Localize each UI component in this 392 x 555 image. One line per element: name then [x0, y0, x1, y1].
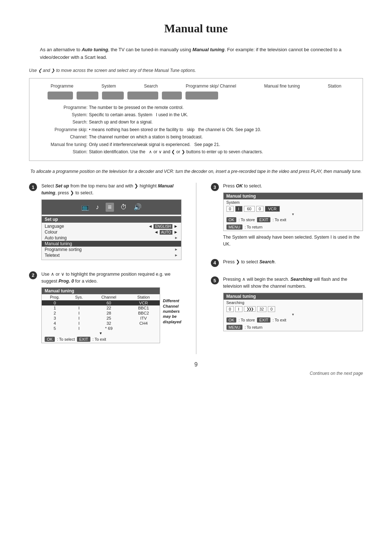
table-row: 0 60 VCR [42, 300, 160, 306]
exit-button-system[interactable]: EXIT [257, 217, 270, 222]
col-search: Search [144, 84, 158, 89]
table-row: 5 I * 69 [42, 326, 160, 331]
option-system: System: Specific to certain areas. Syste… [37, 111, 355, 118]
searching-ok-row: OK : To store EXIT : To exit [224, 316, 363, 324]
menu-teletext: Teletext ► [42, 252, 181, 258]
step-5-number: 5 [211, 276, 219, 284]
menu-button-system[interactable]: MENU [226, 224, 242, 230]
system-label: System [224, 199, 363, 205]
step-4-number: 4 [211, 259, 219, 267]
option-programme: Programme: The number to be pressed on t… [37, 104, 355, 111]
ok-button[interactable]: OK [45, 337, 55, 342]
setup-menu-mockup: 📺 ♪ ≡ ⏱ 🔊 Set up Language ◄ ENGLISH ► [41, 199, 181, 260]
col-programme: Programme [51, 84, 74, 89]
col-prog-header: Prog. [42, 294, 68, 300]
step-5: 5 Pressing ∧ will begin the search. Sear… [211, 276, 363, 334]
step-2-number: 2 [29, 271, 37, 279]
col-system: System [101, 84, 116, 89]
right-column: 3 Press OK to select. Manual tuning Syst… [211, 183, 363, 354]
exit-button[interactable]: EXIT [77, 337, 90, 342]
clock-icon: ⏱ [121, 203, 127, 211]
speaker-icon: 🔊 [134, 203, 142, 211]
step-5-text: Pressing ∧ will begin the search. Search… [223, 276, 363, 290]
option-search: Search: Search up and down for a signal. [37, 118, 355, 126]
step-1-content: Select Set up from the top menu bar and … [41, 183, 181, 263]
step-3-number: 3 [211, 183, 219, 191]
ok-button-system[interactable]: OK [226, 217, 237, 222]
table-row: 1 I 22 BBC1 [42, 305, 160, 311]
step-1: 1 Select Set up from the top menu bar an… [29, 183, 181, 263]
cell-0b: 0 [256, 206, 264, 212]
manual-fine-button [162, 92, 182, 100]
option-manual-fine: Manual fine tuning: Only used if interfe… [37, 141, 355, 148]
step-2-content: Use ∧ or ∨ to highlight the programme po… [41, 271, 181, 347]
system-ok-row: OK : To store EXIT : To exit [224, 216, 363, 223]
table-row: 2 I 28 BBC2 [42, 311, 160, 316]
search-button [102, 92, 124, 100]
step-5-content: Pressing ∧ will begin the search. Search… [223, 276, 363, 334]
col-channel-header: Channel [90, 294, 128, 300]
programme-button [48, 92, 73, 100]
menu-language: Language ◄ ENGLISH ► [42, 223, 181, 229]
table-scroll-indicator: ▼ [42, 331, 160, 336]
cell-60: 60 [244, 206, 255, 212]
two-column-layout: 1 Select Set up from the top menu bar an… [29, 183, 363, 354]
searching-box-title: Manual tuning [224, 293, 363, 300]
menu-programme-sorting: Programme sorting ► [42, 247, 181, 252]
option-channel: Channel: The channel number on which a s… [37, 133, 355, 141]
search-cell-0: 0 [226, 306, 234, 312]
step-3-text: Press OK to select. [223, 183, 363, 190]
tuning-table-title: Manual tuning [42, 288, 160, 294]
system-bar-row: 0 I 60 0 VCR [224, 205, 363, 212]
search-cell-arrows: ❯❯❯ [244, 306, 256, 312]
option-programme-skip: Programme skip: • means nothing has been… [37, 126, 355, 133]
tuning-data-table: Prog. Sys. Channel Station 0 [42, 294, 160, 336]
setup-title: Set up [42, 216, 181, 223]
music-icon: ♪ [96, 203, 99, 211]
different-channel-note: DifferentChannelnumbersmay bedisplayed [163, 298, 181, 324]
step-2-text: Use ∧ or ∨ to highlight the programme po… [41, 271, 181, 285]
menu-button-searching[interactable]: MENU [226, 325, 242, 330]
step-3-content: Press OK to select. Manual tuning System… [223, 183, 363, 250]
programme-skip-button [127, 92, 158, 100]
table-row: 3 I 25 ITV [42, 316, 160, 321]
table-row: 4 I 32 CH4 [42, 321, 160, 326]
menu-auto-tuning: Auto tuning ► [42, 235, 181, 241]
intro-paragraph: As an alternative to Auto tuning, the TV… [40, 46, 352, 61]
exit-button-searching[interactable]: EXIT [257, 317, 270, 323]
system-box-title: Manual tuning [224, 193, 363, 199]
search-arrow-down: ▼ [224, 313, 363, 316]
cell-vcr: VCR [265, 206, 280, 212]
options-box: Programme System Search Programme skip/ … [29, 78, 363, 161]
step-2: 2 Use ∧ or ∨ to highlight the programme … [29, 271, 181, 347]
arrow-down: ▼ [224, 212, 363, 216]
tv-icon: 📺 [81, 203, 89, 211]
manual-tuning-table: Manual tuning Prog. Sys. Channel Station [41, 287, 160, 343]
left-column: 1 Select Set up from the top menu bar an… [29, 183, 181, 354]
icon-bar: 📺 ♪ ≡ ⏱ 🔊 [42, 200, 181, 215]
search-cell-0b: 0 [268, 306, 275, 312]
ok-button-searching[interactable]: OK [226, 317, 237, 323]
button-row [37, 92, 355, 100]
menu-manual-tuning: Manual tuning [42, 241, 181, 247]
setup-menu-section: Set up Language ◄ ENGLISH ► Colour ◄ AUT… [42, 215, 181, 260]
column-divider [196, 183, 196, 354]
nav-hint: Use ❮ and ❯ to move across the screen an… [29, 68, 363, 73]
step-3: 3 Press OK to select. Manual tuning Syst… [211, 183, 363, 250]
col-programme-skip: Programme skip/ Channel [186, 84, 236, 89]
table-ok-row: OK : To select EXIT : To exit [42, 336, 160, 343]
step-4: 4 Press ❯ to select Search. [211, 259, 363, 268]
system-note: The System will already have been select… [223, 234, 363, 248]
allocate-note: To allocate a programme position on the … [29, 168, 363, 175]
searching-bar-row: 0 I ❯❯❯ 32 0 [224, 305, 363, 313]
manual-tuning-system-box: Manual tuning System 0 I 60 0 VCR ▼ OK :… [223, 193, 363, 231]
searching-label: Searching [224, 300, 363, 305]
step-1-text: Select Set up from the top menu bar and … [41, 183, 181, 197]
continues-note: Continues on the next page [29, 371, 363, 376]
search-cell-I: I [235, 306, 242, 312]
cell-I: I [235, 206, 242, 212]
settings-icon: ≡ [106, 203, 114, 212]
table-header-row: Prog. Sys. Channel Station [42, 294, 160, 300]
col-sys-header: Sys. [68, 294, 90, 300]
step-4-content: Press ❯ to select Search. [223, 259, 363, 268]
